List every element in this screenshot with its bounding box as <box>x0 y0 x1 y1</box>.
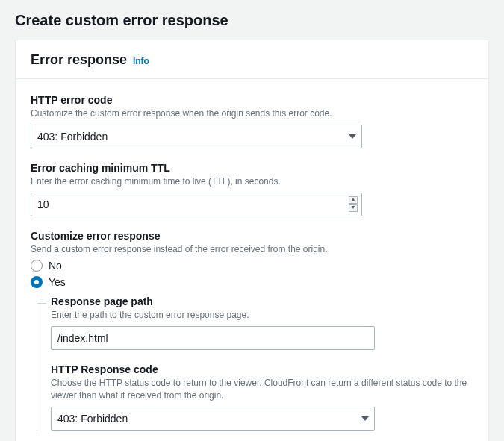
ttl-hint: Enter the error caching minimum time to … <box>31 175 473 188</box>
ttl-input[interactable] <box>31 193 362 216</box>
http-error-code-value: 403: Forbidden <box>37 131 108 143</box>
ttl-step-up[interactable]: ▲ <box>349 196 358 204</box>
panel-body: HTTP error code Customize the custom err… <box>16 79 488 441</box>
response-path-label: Response page path <box>51 295 473 307</box>
error-response-panel: Error response Info HTTP error code Cust… <box>15 40 489 441</box>
response-code-label: HTTP Response code <box>51 363 473 375</box>
response-code-field: HTTP Response code Choose the HTTP statu… <box>51 363 473 431</box>
customize-hint: Send a custom error response instead of … <box>31 243 473 256</box>
response-path-hint: Enter the path to the custom error respo… <box>51 309 473 322</box>
customize-yes-subsection: Response page path Enter the path to the… <box>37 295 473 430</box>
response-path-field: Response page path Enter the path to the… <box>51 295 473 350</box>
http-error-code-label: HTTP error code <box>31 94 473 106</box>
http-error-code-hint: Customize the custom error response when… <box>31 107 473 120</box>
ttl-stepper: ▲ ▼ <box>349 196 359 213</box>
customize-yes-label: Yes <box>49 276 66 288</box>
radio-unchecked-icon <box>31 260 43 272</box>
customize-field: Customize error response Send a custom e… <box>31 230 473 431</box>
panel-title: Error response <box>31 52 127 67</box>
radio-checked-icon <box>31 276 43 288</box>
response-code-value: 403: Forbidden <box>57 413 128 425</box>
customize-radio-yes[interactable]: Yes <box>31 276 473 288</box>
customize-no-label: No <box>49 260 62 272</box>
ttl-label: Error caching minimum TTL <box>31 162 473 174</box>
customize-radio-no[interactable]: No <box>31 260 473 272</box>
page-title: Create custom error response <box>15 12 489 29</box>
ttl-field: Error caching minimum TTL Enter the erro… <box>31 162 473 216</box>
http-error-code-field: HTTP error code Customize the custom err… <box>31 94 473 148</box>
http-error-code-select[interactable]: 403: Forbidden <box>31 125 362 148</box>
customize-label: Customize error response <box>31 230 473 242</box>
ttl-step-down[interactable]: ▼ <box>349 204 358 212</box>
info-link[interactable]: Info <box>133 56 149 66</box>
panel-header: Error response Info <box>16 40 488 79</box>
response-code-hint: Choose the HTTP status code to return to… <box>51 377 473 402</box>
response-code-select[interactable]: 403: Forbidden <box>51 407 375 431</box>
response-path-input[interactable] <box>51 326 375 350</box>
